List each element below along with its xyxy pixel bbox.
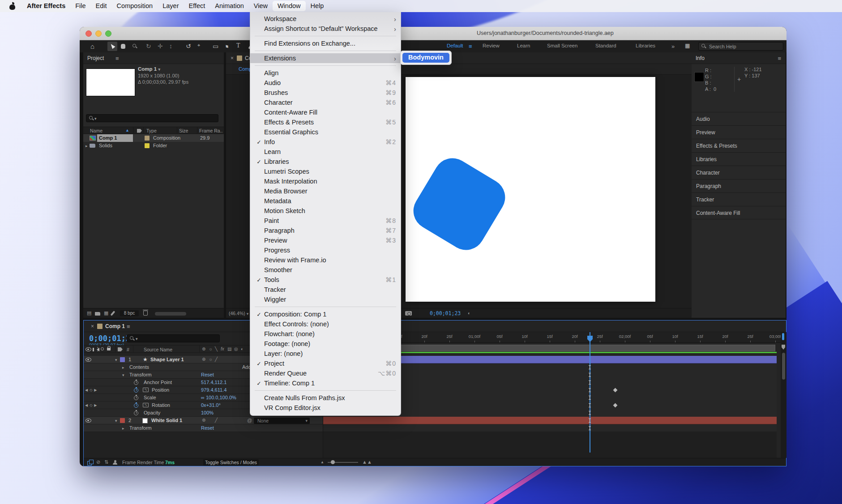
menu-item-layer-none[interactable]: Layer: (none) [250, 349, 401, 359]
panel-effects-presets[interactable]: Effects & Presets [692, 139, 786, 152]
camera-tool-icon[interactable]: ⌖ [197, 43, 200, 48]
column-size[interactable]: Size [179, 128, 188, 133]
menu-item-essential-graphics[interactable]: Essential Graphics [250, 127, 401, 137]
home-tool-icon[interactable]: ⌂ [90, 43, 94, 50]
hide-shy-layers-icon[interactable]: ⇅ [104, 459, 108, 465]
expand-chevron[interactable]: ▸ [122, 365, 124, 370]
menu-item-assign-shortcut-to-default-workspace[interactable]: Assign Shortcut to “Default” Workspace› [250, 24, 401, 34]
project-row-comp1[interactable]: Comp 1 Composition 29.9 [83, 134, 224, 142]
menu-item-create-nulls-from-paths-jsx[interactable]: Create Nulls From Paths.jsx [250, 393, 401, 403]
submenu-item-bodymovin[interactable]: Bodymovin [402, 53, 449, 63]
menu-item-effects-presets[interactable]: Effects & Presets⌘5 [250, 117, 401, 127]
menu-item-review-with-frame-io[interactable]: Review with Frame.io [250, 255, 401, 265]
pan-camera-tool-icon[interactable]: ✛ [158, 43, 163, 50]
menubar-item-help[interactable]: Help [306, 1, 329, 11]
label-color-swatch[interactable] [145, 143, 150, 148]
menu-item-footage-none[interactable]: Footage: (none) [250, 339, 401, 349]
menu-item-character[interactable]: Character⌘6 [250, 98, 401, 107]
property-value[interactable]: 100% [201, 410, 214, 415]
menu-item-timeline-comp-1[interactable]: ✓Timeline: Comp 1 [250, 378, 401, 388]
menu-item-info[interactable]: ✓Info⌘2 [250, 137, 401, 147]
dolly-camera-tool-icon[interactable]: ↕ [169, 43, 172, 50]
panel-libraries[interactable]: Libraries [692, 152, 786, 166]
audio-column-icon[interactable] [97, 348, 99, 351]
shy-switch-icon[interactable]: ⊕ [202, 418, 205, 423]
motion-blur-column-icon[interactable]: ◎ [234, 346, 238, 351]
adjust-icon[interactable] [111, 311, 115, 316]
menu-item-effect-controls-none[interactable]: Effect Controls: (none) [250, 319, 401, 329]
expand-chevron[interactable]: ▸ [85, 144, 88, 148]
workspace-tab-learn[interactable]: Learn [517, 43, 530, 48]
workspace-tab-default[interactable]: Default [447, 43, 463, 48]
horizontal-scrollbar[interactable] [155, 312, 186, 316]
type-tool-icon[interactable]: T [236, 42, 240, 49]
panel-audio[interactable]: Audio [692, 112, 786, 125]
menu-item-flowchart-none[interactable]: Flowchart: (none) [250, 329, 401, 339]
panel-menu-icon[interactable]: ≡ [778, 55, 781, 62]
menu-item-metadata[interactable]: Metadata [250, 196, 401, 206]
menu-item-wiggler[interactable]: Wiggler [250, 295, 401, 304]
collapse-chevron[interactable]: ▾ [122, 373, 124, 377]
panel-menu-icon[interactable]: ≡ [115, 55, 119, 62]
selection-tool-icon[interactable] [107, 42, 117, 51]
solo-column-icon[interactable] [101, 347, 104, 350]
vertical-scrollbar[interactable] [781, 332, 786, 458]
panel-tracker[interactable]: Tracker [692, 192, 786, 206]
menu-item-progress[interactable]: Progress [250, 245, 401, 255]
collapse-chevron[interactable]: ▾ [115, 358, 117, 362]
exposure-icon[interactable]: ◐ [468, 311, 470, 316]
menu-item-audio[interactable]: Audio⌘4 [250, 78, 401, 88]
timeline-search-field[interactable]: ▾ [127, 334, 220, 342]
search-options-chevron[interactable]: ▾ [94, 116, 97, 121]
stopwatch-icon[interactable] [134, 388, 138, 393]
column-name[interactable]: Name [90, 128, 103, 133]
workspace-tab-small-screen[interactable]: Small Screen [547, 43, 577, 48]
menu-item-media-browser[interactable]: Media Browser [250, 186, 401, 196]
menu-item-mask-interpolation[interactable]: Mask Interpolation [250, 176, 401, 186]
scroll-pointer[interactable] [782, 345, 785, 350]
rectangle-tool-icon[interactable]: ▭ [213, 43, 218, 50]
menu-item-project[interactable]: ✓Project⌘0 [250, 359, 401, 368]
keyframe-navigator[interactable]: ◀◇▶ [85, 403, 98, 407]
menu-item-workspace[interactable]: Workspace› [250, 14, 401, 24]
window-titlebar[interactable]: Users/jonathanburger/Documents/rounded-t… [80, 27, 786, 40]
menubar-item-animation[interactable]: Animation [210, 1, 248, 11]
pen-tool-icon[interactable]: ♦ [223, 43, 231, 50]
menubar-item-view[interactable]: View [249, 1, 273, 11]
frame-blending-icon[interactable] [112, 460, 118, 465]
menu-item-lumetri-scopes[interactable]: Lumetri Scopes [250, 167, 401, 176]
bit-depth-button[interactable]: 8 bpc [120, 310, 139, 316]
menubar-item-file[interactable]: File [70, 1, 90, 11]
quality-switch-icon[interactable]: ☼ [209, 357, 213, 362]
effects-switch-icon[interactable]: ╱ [215, 418, 218, 423]
property-value[interactable]: 979.4,611.4 [201, 387, 227, 393]
menu-item-tools[interactable]: ✓Tools⌘1 [250, 275, 401, 285]
threed-column-icon[interactable]: ◐ [241, 346, 244, 351]
snapshot-camera-icon[interactable] [405, 311, 412, 316]
lock-column-icon[interactable] [107, 348, 111, 350]
blue-rounded-square-shape[interactable] [406, 151, 512, 257]
stopwatch-icon[interactable] [134, 403, 138, 408]
project-panel-tab[interactable]: Project ≡ [83, 52, 224, 64]
menubar-item-composition[interactable]: Composition [112, 1, 158, 11]
new-folder-icon[interactable] [95, 312, 100, 316]
stopwatch-icon[interactable] [134, 396, 138, 400]
panel-preview[interactable]: Preview [692, 125, 786, 139]
effects-column-icon[interactable]: ╲ [215, 346, 218, 351]
parent-pickwhip-icon[interactable]: @ [247, 418, 252, 423]
trash-icon[interactable] [143, 311, 148, 316]
menu-item-preview[interactable]: Preview⌘3 [250, 235, 401, 245]
stopwatch-icon[interactable] [134, 411, 138, 415]
menu-item-tracker[interactable]: Tracker [250, 285, 401, 295]
panel-layout-icon[interactable]: ▦ [685, 43, 690, 49]
layer-name[interactable]: Shape Layer 1 [150, 357, 184, 362]
info-panel-tab[interactable]: Info ≡ [692, 52, 786, 64]
menu-item-composition-comp-1[interactable]: ✓Composition: Comp 1 [250, 309, 401, 319]
group-label[interactable]: Transform [129, 372, 152, 377]
comp-current-time[interactable]: 0;00;01;23 [430, 310, 461, 316]
menubar-item-layer[interactable]: Layer [158, 1, 184, 11]
workspace-tab-libraries[interactable]: Libraries [636, 43, 655, 48]
panel-character[interactable]: Character [692, 166, 786, 179]
workspace-menu-icon[interactable]: ≡ [469, 43, 472, 50]
search-options-chevron[interactable]: ▾ [136, 337, 138, 341]
